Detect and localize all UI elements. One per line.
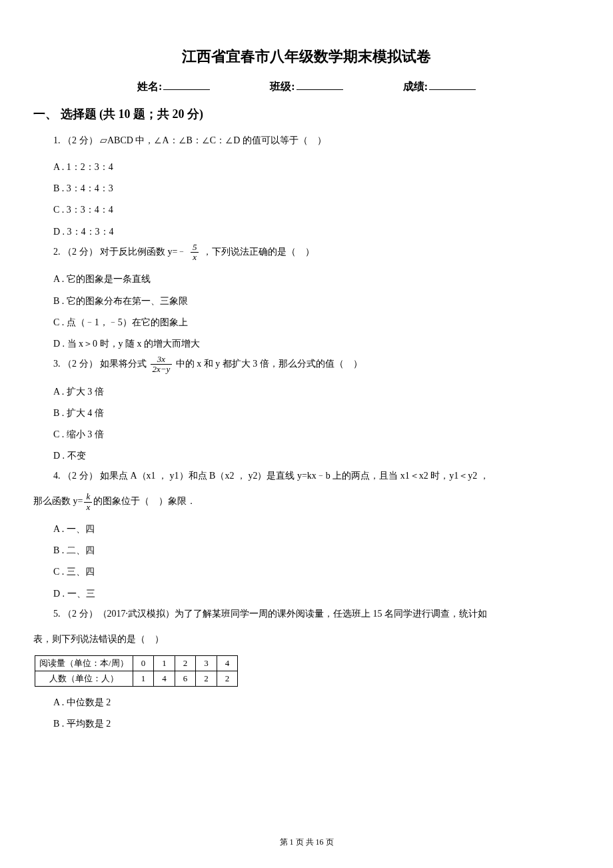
q2-option-c: C . 点（﹣1，﹣5）在它的图象上: [53, 312, 580, 333]
table-row: 阅读量（单位：本/周） 0 1 2 3 4: [35, 655, 238, 671]
q5-option-a: A . 中位数是 2: [53, 692, 580, 713]
q4-text-post: 的图象位于（ ）象限．: [93, 496, 196, 506]
q5-text-line1: 5. （2 分）（2017·武汉模拟）为了了解某班同学一周的课外阅读量，任选班上…: [53, 609, 487, 619]
q1-option-c: C . 3：3：4：4: [53, 199, 580, 221]
table-cell: 1: [133, 671, 154, 686]
question-4-line2: 那么函数 y= k x 的图象位于（ ）象限．: [33, 492, 580, 512]
table-cell: 4: [217, 655, 238, 671]
page-footer: 第 1 页 共 16 页: [0, 837, 613, 848]
table-cell: 2: [217, 671, 238, 686]
table-header-reading: 阅读量（单位：本/周）: [35, 655, 133, 671]
q2-text-post: ，下列说法正确的是（ ）: [203, 247, 314, 257]
header-fields: 姓名: 班级: 成绩:: [33, 80, 580, 94]
question-2: 2. （2 分） 对于反比例函数 y=﹣ 5 x ，下列说法正确的是（ ）: [53, 243, 580, 263]
q3-option-b: B . 扩大 4 倍: [53, 403, 580, 424]
table-header-count: 人数（单位：人）: [35, 671, 133, 686]
q3-option-d: D . 不变: [53, 445, 580, 467]
q4-option-a: A . 一、四: [53, 519, 580, 540]
q3-option-a: A . 扩大 3 倍: [53, 381, 580, 403]
fraction-icon: 3x 2x−y: [151, 355, 173, 375]
table-cell: 6: [175, 671, 196, 686]
q3-text-pre: 3. （2 分） 如果将分式: [53, 359, 149, 369]
q1-option-a: A . 1：2：3：4: [53, 157, 580, 178]
q2-option-b: B . 它的图象分布在第一、三象限: [53, 291, 580, 312]
table-cell: 3: [196, 655, 217, 671]
table-cell: 4: [154, 671, 175, 686]
q2-option-a: A . 它的图象是一条直线: [53, 269, 580, 290]
q4-text-line1: 4. （2 分） 如果点 A（x1 ， y1）和点 B（x2 ， y2）是直线 …: [53, 471, 489, 481]
q5-text-line2: 表，则下列说法错误的是（ ）: [33, 634, 164, 644]
question-3: 3. （2 分） 如果将分式 3x 2x−y 中的 x 和 y 都扩大 3 倍，…: [53, 355, 580, 375]
q4-option-d: D . 一、三: [53, 583, 580, 605]
q1-option-b: B . 3：4：4：3: [53, 178, 580, 199]
question-4-line1: 4. （2 分） 如果点 A（x1 ， y1）和点 B（x2 ， y2）是直线 …: [53, 467, 580, 485]
question-text: 1. （2 分） ▱ABCD 中，∠A：∠B：∠C：∠D 的值可以等于（ ）: [53, 135, 326, 145]
fraction-icon: 5 x: [191, 243, 199, 263]
name-field: 姓名:: [137, 80, 210, 94]
score-field: 成绩:: [403, 80, 476, 94]
q4-text-pre: 那么函数 y=: [33, 496, 83, 506]
q2-text-pre: 2. （2 分） 对于反比例函数 y=﹣: [53, 247, 187, 257]
table-cell: 2: [175, 655, 196, 671]
class-field: 班级:: [270, 80, 342, 94]
q1-option-d: D . 3：4：3：4: [53, 221, 580, 243]
q5-option-b: B . 平均数是 2: [53, 713, 580, 735]
q4-option-c: C . 三、四: [53, 561, 580, 583]
page-title: 江西省宜春市八年级数学期末模拟试卷: [33, 47, 580, 67]
q3-text-post: 中的 x 和 y 都扩大 3 倍，那么分式的值（ ）: [176, 359, 362, 369]
table-cell: 0: [133, 655, 154, 671]
q4-option-b: B . 二、四: [53, 540, 580, 561]
fraction-icon: k x: [84, 492, 92, 512]
q5-table: 阅读量（单位：本/周） 0 1 2 3 4 人数（单位：人） 1 4 6 2 2: [35, 655, 238, 687]
table-cell: 2: [196, 671, 217, 686]
question-5-line2: 表，则下列说法错误的是（ ）: [33, 630, 580, 649]
table-cell: 1: [154, 655, 175, 671]
question-5-line1: 5. （2 分）（2017·武汉模拟）为了了解某班同学一周的课外阅读量，任选班上…: [53, 605, 580, 623]
section-heading: 一、 选择题 (共 10 题；共 20 分): [33, 106, 580, 122]
q3-option-c: C . 缩小 3 倍: [53, 424, 580, 445]
question-1: 1. （2 分） ▱ABCD 中，∠A：∠B：∠C：∠D 的值可以等于（ ）: [53, 131, 580, 150]
q2-option-d: D . 当 x＞0 时，y 随 x 的增大而增大: [53, 333, 580, 355]
table-row: 人数（单位：人） 1 4 6 2 2: [35, 671, 238, 686]
